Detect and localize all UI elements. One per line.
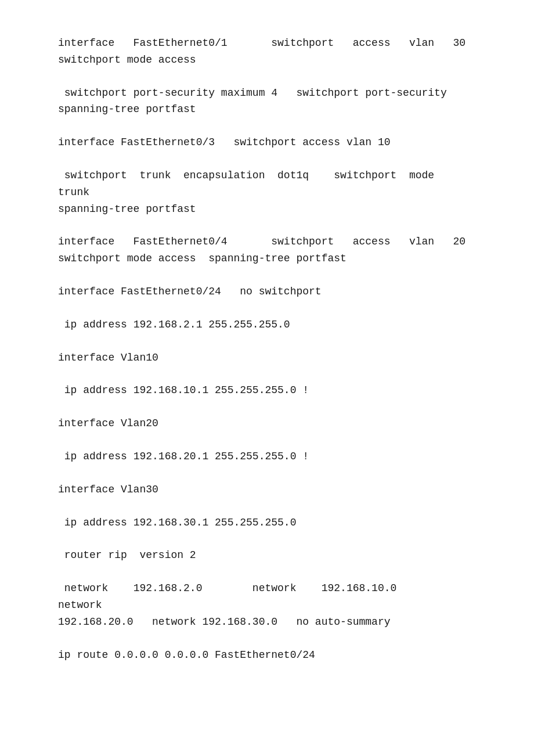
config-block: interface FastEthernet0/4 switchport acc… <box>58 233 476 267</box>
config-line: interface Vlan10 <box>58 350 476 366</box>
config-block: interface FastEthernet0/24 no switchport <box>58 283 476 300</box>
config-line: switchport trunk encapsulation dot1q swi… <box>58 167 476 201</box>
config-line: interface FastEthernet0/24 no switchport <box>58 283 476 300</box>
config-block: router rip version 2 <box>58 547 476 564</box>
config-line: ip address 192.168.10.1 255.255.255.0 ! <box>58 382 476 399</box>
config-line: ip route 0.0.0.0 0.0.0.0 FastEthernet0/2… <box>58 647 476 664</box>
config-line: spanning-tree portfast <box>58 101 476 118</box>
config-line: switchport mode access <box>58 52 476 69</box>
config-line: interface FastEthernet0/1 switchport acc… <box>58 35 476 52</box>
config-line: interface FastEthernet0/3 switchport acc… <box>58 134 476 151</box>
config-line: switchport mode access spanning-tree por… <box>58 250 476 267</box>
config-line: interface FastEthernet0/4 switchport acc… <box>58 233 476 250</box>
config-block: interface FastEthernet0/3 switchport acc… <box>58 134 476 151</box>
config-line: ip address 192.168.2.1 255.255.255.0 <box>58 316 476 333</box>
config-block: ip address 192.168.2.1 255.255.255.0 <box>58 316 476 333</box>
config-block: ip address 192.168.10.1 255.255.255.0 ! <box>58 382 476 399</box>
config-block: switchport port-security maximum 4 switc… <box>58 85 476 118</box>
config-line: 192.168.20.0 network 192.168.30.0 no aut… <box>58 614 476 631</box>
config-content: interface FastEthernet0/1 switchport acc… <box>58 35 476 663</box>
config-line: network 192.168.2.0 network 192.168.10.0… <box>58 580 476 614</box>
config-block: interface FastEthernet0/1 switchport acc… <box>58 35 476 69</box>
config-block: ip address 192.168.30.1 255.255.255.0 <box>58 514 476 531</box>
config-block: switchport trunk encapsulation dot1q swi… <box>58 167 476 217</box>
config-block: ip address 192.168.20.1 255.255.255.0 ! <box>58 448 476 465</box>
config-line: ip address 192.168.20.1 255.255.255.0 ! <box>58 448 476 465</box>
config-block: interface Vlan30 <box>58 481 476 498</box>
config-line: interface Vlan30 <box>58 481 476 498</box>
config-block: ip route 0.0.0.0 0.0.0.0 FastEthernet0/2… <box>58 647 476 664</box>
config-line: switchport port-security maximum 4 switc… <box>58 85 476 102</box>
config-line: spanning-tree portfast <box>58 201 476 218</box>
config-block: interface Vlan10 <box>58 350 476 366</box>
config-line: router rip version 2 <box>58 547 476 564</box>
config-block: network 192.168.2.0 network 192.168.10.0… <box>58 580 476 630</box>
config-block: interface Vlan20 <box>58 415 476 432</box>
config-line: ip address 192.168.30.1 255.255.255.0 <box>58 514 476 531</box>
config-line: interface Vlan20 <box>58 415 476 432</box>
